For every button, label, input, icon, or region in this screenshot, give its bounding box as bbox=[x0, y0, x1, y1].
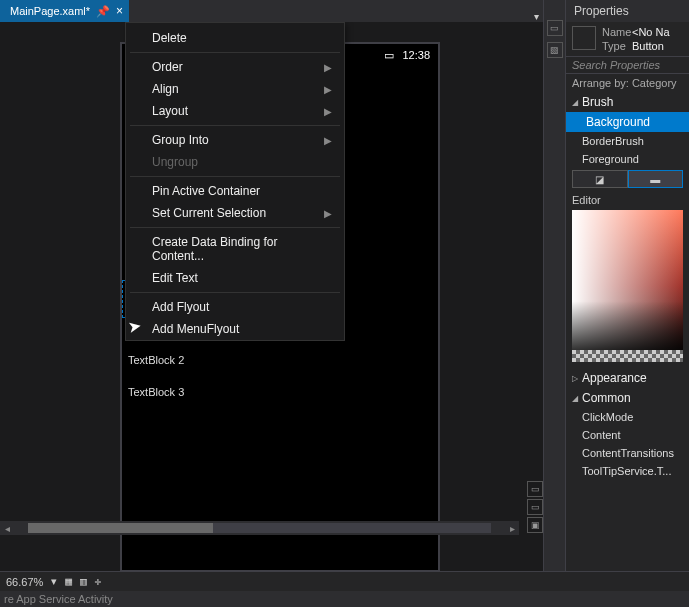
brush-foreground[interactable]: Foreground bbox=[566, 150, 689, 168]
properties-panel: Properties Name <No Na Type Button Searc… bbox=[565, 0, 689, 571]
main-row: MainPage.xaml* 📌 × ▾ ▭ 12:38 XAML Contro… bbox=[0, 0, 689, 571]
activity-text: re App Service Activity bbox=[4, 593, 113, 605]
tab-overflow-icon[interactable]: ▾ bbox=[530, 11, 543, 22]
properties-identity: Name <No Na Type Button bbox=[566, 22, 689, 56]
name-label: Name bbox=[602, 26, 630, 38]
menu-group-into[interactable]: Group Into▶ bbox=[126, 129, 344, 151]
rail-icon[interactable]: ▭ bbox=[547, 20, 563, 36]
rail-icon[interactable]: ▧ bbox=[547, 42, 563, 58]
tool-icon[interactable]: ▭ bbox=[527, 499, 543, 515]
chevron-right-icon: ▶ bbox=[324, 106, 332, 117]
search-properties-input[interactable]: Search Properties bbox=[566, 56, 689, 74]
type-label: Type bbox=[602, 40, 630, 52]
menu-sep bbox=[130, 125, 340, 126]
brush-solid-tab[interactable]: ▬ bbox=[628, 170, 684, 188]
zoom-dropdown-icon[interactable]: ▾ bbox=[51, 575, 57, 588]
canvas-textblock-2[interactable]: TextBlock 2 bbox=[128, 354, 184, 366]
menu-edit-text[interactable]: Edit Text bbox=[126, 267, 344, 289]
category-appearance[interactable]: ▷Appearance bbox=[566, 368, 689, 388]
menu-add-flyout[interactable]: Add Flyout bbox=[126, 296, 344, 318]
battery-icon: ▭ bbox=[384, 49, 394, 62]
type-value: Button bbox=[632, 40, 670, 52]
canvas-side-tools: ▭ ▭ ▣ bbox=[527, 481, 543, 533]
brush-background[interactable]: Background bbox=[566, 112, 689, 132]
zoom-level[interactable]: 66.67% bbox=[6, 576, 43, 588]
tool-icon[interactable]: ▭ bbox=[527, 481, 543, 497]
scroll-right-icon[interactable]: ▸ bbox=[505, 523, 519, 534]
horizontal-scrollbar[interactable]: ◂ ▸ bbox=[0, 521, 519, 535]
scroll-left-icon[interactable]: ◂ bbox=[0, 523, 14, 534]
brush-borderbrush[interactable]: BorderBrush bbox=[566, 132, 689, 150]
menu-sep bbox=[130, 176, 340, 177]
tab-close-icon[interactable]: × bbox=[116, 4, 123, 18]
scrollbar-track[interactable] bbox=[28, 523, 491, 533]
category-common[interactable]: ◢Common bbox=[566, 388, 689, 408]
pin-icon[interactable]: 📌 bbox=[96, 5, 110, 18]
tool-icon[interactable]: ▣ bbox=[527, 517, 543, 533]
canvas-textblock-3[interactable]: TextBlock 3 bbox=[128, 386, 184, 398]
menu-align[interactable]: Align▶ bbox=[126, 78, 344, 100]
menu-ungroup: Ungroup bbox=[126, 151, 344, 173]
document-tab[interactable]: MainPage.xaml* 📌 × bbox=[0, 0, 129, 22]
expand-icon: ◢ bbox=[572, 98, 578, 107]
chevron-right-icon: ▶ bbox=[324, 135, 332, 146]
tab-title: MainPage.xaml* bbox=[10, 5, 90, 17]
designer-status-bar: 66.67% ▾ ▦ ▥ ✛ bbox=[0, 571, 689, 591]
element-thumbnail bbox=[572, 26, 596, 50]
grid-toggle-icon[interactable]: ▦ bbox=[65, 575, 72, 588]
menu-order[interactable]: Order▶ bbox=[126, 56, 344, 78]
chevron-right-icon: ▶ bbox=[324, 84, 332, 95]
menu-sep bbox=[130, 52, 340, 53]
design-area: MainPage.xaml* 📌 × ▾ ▭ 12:38 XAML Contro… bbox=[0, 0, 543, 571]
tab-bar: MainPage.xaml* 📌 × ▾ bbox=[0, 0, 543, 22]
grid-toggle-icon[interactable]: ▥ bbox=[80, 575, 87, 588]
arrange-by[interactable]: Arrange by: Category bbox=[566, 74, 689, 92]
menu-sep bbox=[130, 292, 340, 293]
chevron-right-icon: ▶ bbox=[324, 62, 332, 73]
scrollbar-thumb[interactable] bbox=[28, 523, 213, 533]
context-menu: Delete Order▶ Align▶ Layout▶ Group Into▶… bbox=[125, 22, 345, 341]
activity-bar: re App Service Activity bbox=[0, 591, 689, 607]
phone-time: 12:38 bbox=[402, 49, 430, 61]
expand-icon: ◢ bbox=[572, 394, 578, 403]
collapse-icon: ▷ bbox=[572, 374, 578, 383]
menu-pin-active-container[interactable]: Pin Active Container bbox=[126, 180, 344, 202]
name-value[interactable]: <No Na bbox=[632, 26, 670, 38]
prop-content[interactable]: Content bbox=[566, 426, 689, 444]
canvas-right-rail: ▭ ▧ bbox=[543, 0, 565, 571]
menu-layout[interactable]: Layout▶ bbox=[126, 100, 344, 122]
snap-toggle-icon[interactable]: ✛ bbox=[95, 575, 102, 588]
design-canvas[interactable]: ▭ 12:38 XAML Controls Button 1 Button 2 … bbox=[0, 22, 543, 571]
brush-type-tabs: ◪ ▬ bbox=[566, 168, 689, 190]
menu-add-menuflyout[interactable]: Add MenuFlyout bbox=[126, 318, 344, 340]
properties-header: Properties bbox=[566, 0, 689, 22]
category-brush[interactable]: ◢Brush bbox=[566, 92, 689, 112]
prop-clickmode[interactable]: ClickMode bbox=[566, 408, 689, 426]
menu-sep bbox=[130, 227, 340, 228]
prop-tooltipservice[interactable]: ToolTipService.T... bbox=[566, 462, 689, 480]
color-picker[interactable] bbox=[572, 210, 683, 362]
prop-contenttransitions[interactable]: ContentTransitions bbox=[566, 444, 689, 462]
chevron-right-icon: ▶ bbox=[324, 208, 332, 219]
editor-label: Editor bbox=[566, 190, 689, 208]
menu-delete[interactable]: Delete bbox=[126, 27, 344, 49]
menu-set-current-selection[interactable]: Set Current Selection▶ bbox=[126, 202, 344, 224]
menu-create-data-binding[interactable]: Create Data Binding for Content... bbox=[126, 231, 344, 267]
brush-none-tab[interactable]: ◪ bbox=[572, 170, 628, 188]
